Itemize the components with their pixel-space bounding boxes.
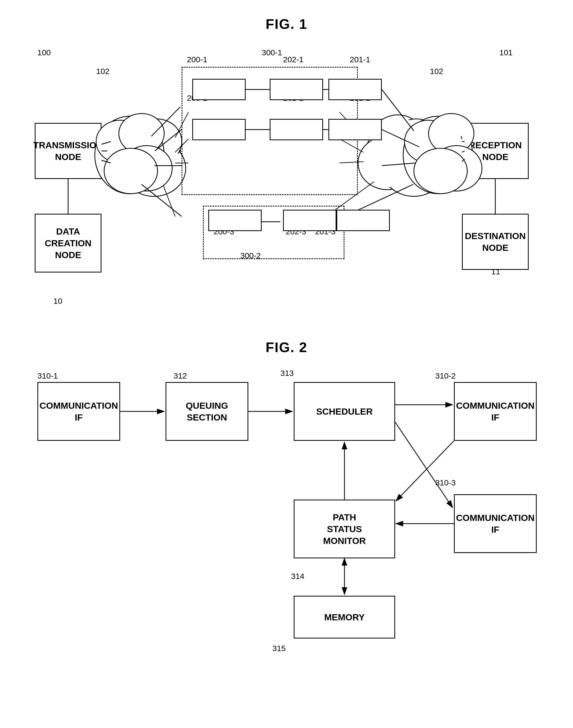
relay-201-3 [336, 210, 390, 231]
communication-if-1-box: COMMUNICATIONIF [37, 382, 120, 441]
fig1-container: 100 101 102 102 200-1 202-1 201-1 200-2 … [21, 40, 552, 323]
svg-line-58 [142, 184, 181, 216]
svg-point-12 [382, 140, 446, 196]
svg-line-61 [382, 163, 416, 165]
ref-313: 313 [280, 369, 294, 378]
svg-line-55 [151, 107, 180, 136]
ref-310-2: 310-2 [435, 371, 456, 380]
data-creation-node-label: DATACREATIONNODE [45, 226, 91, 261]
svg-point-51 [414, 148, 467, 194]
transmission-node-box: TRANSMISSIONNODE [35, 123, 101, 179]
scheduler-label: SCHEDULER [316, 405, 373, 417]
memory-label: MEMORY [324, 611, 365, 623]
destination-node-label: DESTINATIONNODE [465, 230, 526, 253]
svg-point-9 [134, 122, 179, 162]
svg-point-44 [119, 113, 164, 154]
svg-line-73 [396, 441, 454, 501]
communication-if-1-label: COMMUNICATIONIF [40, 400, 118, 423]
svg-line-72 [395, 422, 453, 507]
ref-202-1: 202-1 [283, 55, 304, 64]
memory-box: MEMORY [294, 596, 395, 638]
svg-point-2 [122, 140, 186, 196]
ref-314: 314 [291, 572, 304, 581]
svg-point-11 [358, 136, 416, 190]
relay-201-2 [328, 119, 382, 140]
relay-200-3 [208, 210, 262, 231]
queuing-section-box: QUEUINGSECTION [165, 382, 248, 441]
relay-202-3 [283, 210, 336, 231]
svg-point-19 [394, 122, 439, 162]
ref-201-1: 201-1 [350, 55, 370, 64]
relay-200-1 [192, 79, 246, 100]
ref-300-1: 300-1 [262, 48, 282, 57]
svg-point-42 [95, 116, 164, 194]
ref-200-1: 200-1 [187, 55, 207, 64]
transmission-node-label: TRANSMISSIONNODE [33, 139, 103, 163]
ref-101: 101 [499, 48, 513, 57]
svg-line-60 [382, 130, 419, 147]
svg-line-56 [155, 130, 181, 151]
communication-if-3-label: COMMUNICATIONIF [456, 512, 534, 535]
communication-if-3-box: COMMUNICATIONIF [454, 494, 537, 553]
communication-if-2-label: COMMUNICATIONIF [456, 400, 534, 423]
path-status-monitor-box: PATHSTATUSMONITOR [294, 499, 395, 559]
svg-point-1 [98, 136, 156, 190]
ref-102a: 102 [96, 67, 109, 76]
svg-point-43 [96, 120, 144, 163]
relay-200-2 [192, 119, 246, 140]
reception-node-label: RECEPTIONNODE [469, 139, 522, 163]
fig1-title: FIG. 1 [21, 16, 552, 32]
ref-310-1: 310-1 [37, 371, 58, 380]
ref-100: 100 [37, 48, 51, 57]
ref-310-3: 310-3 [435, 478, 456, 487]
destination-node-box: DESTINATIONNODE [462, 214, 529, 270]
svg-point-5 [109, 123, 178, 182]
svg-point-17 [384, 143, 443, 194]
ref-102b: 102 [430, 67, 443, 76]
svg-point-3 [112, 115, 165, 163]
page: FIG. 1 [0, 0, 573, 728]
svg-point-8 [114, 117, 162, 160]
queuing-section-label: QUEUINGSECTION [186, 400, 228, 423]
reception-node-box: RECEPTIONNODE [462, 123, 529, 179]
svg-point-48 [405, 120, 453, 163]
fig2-container: 310-1 312 313 310-2 310-3 314 315 COMMUN… [21, 363, 552, 711]
svg-point-14 [391, 119, 441, 164]
svg-point-6 [101, 139, 154, 187]
svg-line-33 [437, 159, 456, 165]
fig2-title: FIG. 2 [21, 339, 552, 355]
scheduler-box: SCHEDULER [294, 382, 395, 441]
path-status-monitor-label: PATHSTATUSMONITOR [323, 511, 366, 547]
svg-point-46 [104, 148, 158, 194]
svg-line-26 [162, 182, 175, 216]
svg-point-0 [106, 120, 180, 184]
ref-315: 315 [272, 644, 286, 653]
ref-312: 312 [173, 371, 187, 380]
communication-if-2-box: COMMUNICATIONIF [454, 382, 537, 441]
svg-line-59 [382, 90, 414, 131]
relay-201-1 [328, 79, 382, 100]
relay-202-1 [270, 79, 323, 100]
ref-10: 10 [53, 297, 62, 306]
svg-point-45 [121, 146, 172, 191]
data-creation-node-box: DATACREATIONNODE [35, 214, 101, 273]
svg-line-32 [437, 150, 456, 155]
svg-point-4 [132, 119, 182, 164]
svg-point-7 [125, 143, 183, 194]
svg-point-16 [361, 139, 414, 187]
relay-202-2 [270, 119, 323, 140]
